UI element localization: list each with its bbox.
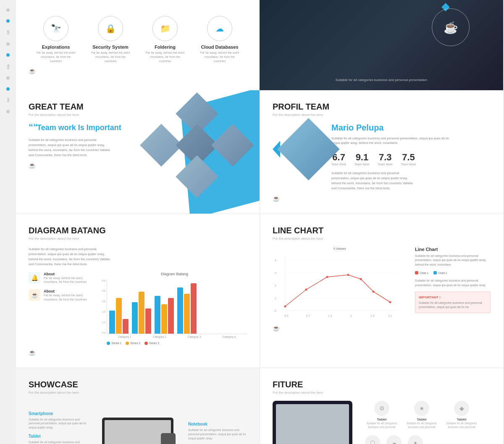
- tablet-circle-4: ⬡: [365, 435, 380, 444]
- lc-legend-1: Chart 1: [415, 271, 428, 274]
- line-chart-subtitle: Put the description about the here: [273, 237, 491, 240]
- device-center: [94, 401, 182, 444]
- tablet-circle-1: ⚙: [374, 401, 389, 416]
- showcase-panel: SHOWCASE Put the description about the h…: [16, 368, 260, 444]
- lc-legend-dot-2: [433, 271, 437, 274]
- bar-group-4: [177, 283, 197, 334]
- svg-text:0.7: 0.7: [306, 314, 310, 317]
- fiture-panel: FITURE Put the description about the her…: [260, 368, 503, 444]
- profile-desc: Suitable for all categories business and…: [331, 136, 457, 146]
- important-title: IMPORTANT !: [419, 295, 487, 299]
- svg-text:0: 0: [275, 309, 276, 312]
- features-coffee-icon: ☕: [29, 68, 36, 74]
- profil-team-subtitle: Put the description about the here: [273, 113, 491, 117]
- svg-text:1.3: 1.3: [328, 314, 332, 317]
- bar-2-blue: [132, 302, 138, 334]
- profil-footer: ☕: [273, 195, 491, 202]
- stat-label-4: Team Work: [401, 163, 416, 166]
- legend-dot-1: [107, 342, 110, 345]
- bar-3-yellow: [161, 304, 167, 334]
- tablet-icon-3: ◆: [459, 405, 464, 412]
- sidebar-dot-1[interactable]: [6, 8, 10, 12]
- bar-group-3: [155, 296, 174, 334]
- bar-chart-wrap: Category 1 Category 2 Category 3 Categor…: [107, 279, 247, 345]
- sidebar-dot-4[interactable]: [6, 53, 10, 57]
- fiture-laptop-body: [273, 401, 352, 444]
- bar-legend: Series 1 Series 2 Series 3: [107, 342, 247, 345]
- profil-coffee-icon: ☕: [273, 195, 280, 202]
- folder-icon: 📁: [152, 16, 178, 41]
- bar-4-yellow: [184, 294, 190, 334]
- sidebar-dot-7[interactable]: [6, 110, 10, 113]
- fiture-title: FITURE: [273, 380, 491, 389]
- fiture-content: Notebook Suitable for all categories bus…: [273, 401, 491, 444]
- sidebar-dot-6[interactable]: [6, 87, 10, 91]
- svg-text:2.5: 2.5: [370, 314, 375, 317]
- sidebar-label-gr: GR: [7, 30, 10, 35]
- chart-legend: Chart 1 Chart 2: [415, 271, 491, 274]
- showcase-content: Smartphone Suitable for all categories b…: [29, 401, 247, 444]
- sidebar-dot-2[interactable]: [6, 19, 10, 23]
- diamond-photos: [146, 99, 247, 204]
- feature-title-4: Cloud Databases: [201, 44, 238, 50]
- stat-label-3: Team Work: [378, 163, 393, 166]
- bar-3-red: [168, 298, 174, 334]
- fiture-left: Notebook Suitable for all categories bus…: [273, 401, 357, 444]
- line-chart-svg: 0 1 2 3 4 0.0 0.7 1.3 2 2.5 3.1: [273, 252, 399, 319]
- svg-text:2: 2: [275, 284, 276, 287]
- y-label-1: 1.0: [102, 321, 105, 324]
- profil-photo-wrap: [273, 127, 331, 171]
- lc-legend-2: Chart 2: [433, 271, 447, 274]
- sidebar-dot-5[interactable]: [6, 76, 10, 80]
- about-item-1: 🔔 About Far far away, behind the word, m…: [29, 272, 96, 285]
- tablet-icon-5: ☁: [391, 439, 397, 444]
- security-icon: 🔒: [98, 16, 123, 41]
- showcase-right: Notebook Suitable for all categories bus…: [188, 422, 247, 444]
- feature-icon-wrap-3: 📁: [152, 16, 178, 44]
- profil-text-col: Mario Pelupa Suitable for all categories…: [327, 123, 491, 191]
- diagram-coffee-icon: ☕: [29, 349, 36, 356]
- legend-label-2: Series 2: [130, 342, 140, 345]
- tablet-item-6: ♦: [408, 435, 423, 444]
- tablet-item-desc-3: Suitable for all categories business and…: [445, 421, 478, 429]
- feature-item-1: 🔭 Explorations Far far away, behind the …: [35, 16, 77, 63]
- profil-team-title: PROFIL TEAM: [273, 102, 491, 112]
- bar-chart-title: Diagram Batang: [102, 272, 247, 276]
- stat-2: 9.1 Team Work: [354, 152, 369, 166]
- profil-inner: Mario Pelupa Suitable for all categories…: [273, 123, 491, 191]
- chart-area: 0.0 1.0 2.0 3.0 4.0 5.0: [102, 279, 247, 345]
- profil-team-panel: PROFIL TEAM Put the description about th…: [260, 90, 503, 214]
- features-panel: 🔭 Explorations Far far away, behind the …: [16, 0, 260, 90]
- about-title-1: About: [44, 272, 96, 276]
- smartphone-title: Smartphone: [29, 411, 87, 416]
- bar-chart: [107, 279, 247, 334]
- about-text-2: About Far far away, behind the word, mou…: [44, 289, 96, 302]
- tablet-circle-2: ★: [414, 401, 429, 416]
- legend-label-1: Series 1: [111, 342, 121, 345]
- y-label-4: 4.0: [102, 290, 105, 292]
- tablet-icon-1: ⚙: [379, 405, 385, 412]
- great-team-body: Suitable for all categories business and…: [29, 138, 113, 158]
- lc-desc2: Suitable for all categories business and…: [415, 279, 491, 287]
- row-3: DIAGRAM BATANG Put the description about…: [16, 214, 504, 368]
- tablet-circle-6: ♦: [408, 435, 423, 444]
- diagram-footer: ☕: [29, 349, 247, 356]
- tablet-item-1: ⚙ Tablet Suitable for all categories bus…: [365, 401, 399, 429]
- bar-4-blue: [177, 287, 183, 334]
- line-chart-right: Line Chart Suitable for all categories b…: [415, 247, 491, 321]
- stats-row: 6.7 Team Work 9.1 Team Work 7.3 Team Wor…: [331, 152, 491, 166]
- coffee-icon-2: ☕: [31, 292, 38, 298]
- sidebar-dot-3[interactable]: [6, 42, 10, 46]
- hero-circle: ☕: [432, 8, 470, 46]
- feature-item-3: 📁 Foldering Far far away, behind the wor…: [144, 16, 186, 63]
- tablet-circle-3: ◆: [454, 401, 469, 416]
- diagram-panel: DIAGRAM BATANG Put the description about…: [16, 214, 260, 368]
- bar-chart-labels: Category 1 Category 2 Category 3 Categor…: [107, 334, 247, 340]
- svg-point-18: [305, 288, 307, 290]
- svg-point-20: [347, 274, 349, 276]
- smartphone-desc: Suitable for all categories business and…: [29, 418, 87, 430]
- row-4: SHOWCASE Put the description about the h…: [16, 368, 504, 444]
- legend-series2: Series 2: [126, 342, 140, 345]
- bar-group-2: [132, 292, 151, 334]
- sidebar: GR DIA SH: [0, 0, 16, 444]
